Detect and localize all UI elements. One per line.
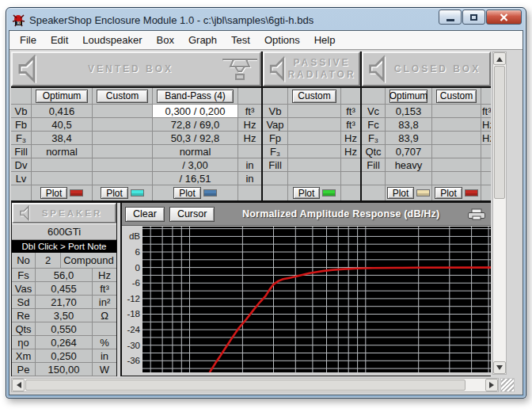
- close-button[interactable]: [486, 10, 522, 25]
- vented-value-cell[interactable]: 0,300 / 0,200: [153, 105, 238, 117]
- speaker-value-cell[interactable]: 3,50: [36, 309, 93, 322]
- menu-item-loudspeaker[interactable]: Loudspeaker: [75, 32, 149, 48]
- menu-item-test[interactable]: Test: [224, 32, 257, 48]
- menu-item-box[interactable]: Box: [150, 32, 181, 48]
- speaker-value-cell[interactable]: 21,70: [36, 296, 93, 308]
- cursor-button[interactable]: Cursor: [169, 207, 215, 222]
- arrow-up-icon: [496, 54, 503, 62]
- scroll-down-button[interactable]: [493, 361, 506, 374]
- scroll-up-button[interactable]: [493, 52, 506, 65]
- closed-value-cell[interactable]: [432, 172, 481, 185]
- vertical-scrollbar[interactable]: [492, 52, 507, 375]
- title-bar[interactable]: XI SpeakerShop Enclosure Module 1.0 - c:…: [9, 10, 523, 30]
- vented-value-cell[interactable]: [93, 145, 153, 158]
- vented-value-cell[interactable]: [32, 172, 93, 185]
- vented-custom-button[interactable]: Custom: [97, 90, 148, 103]
- passive-value-cell[interactable]: [288, 105, 341, 117]
- speaker-mode-cell[interactable]: Compound: [61, 253, 116, 268]
- vented-value-cell[interactable]: 40,5: [32, 118, 93, 131]
- row-label: Qtc: [362, 145, 386, 158]
- unit-header-cell: [481, 88, 491, 104]
- closed-plot-row: PlotPlot: [362, 185, 491, 200]
- passive-plot-button-custom[interactable]: Plot: [293, 187, 321, 199]
- vented-value-cell[interactable]: [93, 172, 153, 185]
- closed-value-cell[interactable]: 83,9: [386, 132, 432, 144]
- scroll-left-button[interactable]: [12, 379, 25, 391]
- passive-value-cell[interactable]: [288, 158, 341, 171]
- closed-value-cell[interactable]: [432, 132, 481, 144]
- closed-value-cell[interactable]: [432, 145, 481, 158]
- vented-value-cell[interactable]: [93, 118, 153, 131]
- vented-value-cell[interactable]: 0,416: [32, 105, 93, 117]
- table-row: Fb40,572,8 / 69,0Hz: [11, 118, 261, 132]
- y-axis-tick-label: -24: [127, 325, 140, 334]
- maximize-button[interactable]: [462, 10, 485, 25]
- vented-band-pass-4-button[interactable]: Band-Pass (4): [157, 90, 234, 103]
- speaker-value-cell[interactable]: 0,550: [36, 322, 93, 335]
- speaker-value-cell[interactable]: 56,0: [36, 269, 93, 281]
- closed-value-cell[interactable]: 83,8: [386, 118, 432, 131]
- resize-grip[interactable]: [500, 378, 515, 392]
- vented-value-cell[interactable]: normal: [32, 145, 93, 158]
- vented-box-table: OptimumCustomBand-Pass (4)Vb0,4160,300 /…: [11, 86, 261, 200]
- clear-button[interactable]: Clear: [125, 207, 165, 222]
- closed-value-cell[interactable]: [432, 105, 481, 117]
- vented-value-cell[interactable]: / 16,51: [153, 172, 238, 185]
- speaker-value-cell[interactable]: 0,250: [36, 349, 93, 362]
- menu-item-help[interactable]: Help: [307, 32, 343, 48]
- vented-value-cell[interactable]: [93, 105, 153, 117]
- speaker-icon: [15, 55, 39, 83]
- minimize-button[interactable]: [439, 10, 462, 25]
- closed-plot-button-custom[interactable]: Plot: [435, 187, 462, 199]
- amplitude-plot[interactable]: [142, 227, 491, 372]
- closed-value-cell[interactable]: 0,153: [386, 105, 432, 117]
- passive-value-cell[interactable]: [288, 118, 341, 131]
- passive-value-cell[interactable]: [288, 172, 341, 185]
- vented-plot-button-band-pass-4[interactable]: Plot: [173, 187, 201, 199]
- corner-cell: [263, 88, 288, 104]
- vented-plot-button-optimum[interactable]: Plot: [40, 187, 68, 199]
- scroll-right-button[interactable]: [485, 379, 498, 391]
- closed-value-cell[interactable]: heavy: [386, 158, 432, 171]
- menu-item-edit[interactable]: Edit: [44, 32, 75, 48]
- horizontal-scrollbar[interactable]: [11, 378, 499, 392]
- closed-value-cell[interactable]: [386, 172, 432, 185]
- graph-toolbar: Clear Cursor Normalized Amplitude Respon…: [122, 203, 491, 226]
- vented-value-cell[interactable]: normal: [153, 145, 238, 158]
- closed-plot-button-optimum[interactable]: Plot: [387, 187, 415, 199]
- speaker-no-value[interactable]: 2: [36, 253, 61, 268]
- corner-cell: [362, 88, 386, 104]
- speaker-value-cell[interactable]: 0,455: [36, 282, 93, 295]
- closed-value-cell[interactable]: [432, 118, 481, 131]
- closed-custom-button[interactable]: Custom: [436, 90, 477, 103]
- speaker-value-cell[interactable]: 150,00: [36, 363, 93, 376]
- vented-value-cell[interactable]: 50,3 / 92,8: [153, 132, 238, 144]
- vented-optimum-button[interactable]: Optimum: [36, 90, 88, 103]
- menu-item-graph[interactable]: Graph: [181, 32, 224, 48]
- closed-optimum-button[interactable]: Optimum: [390, 90, 428, 103]
- table-row: Sd21,70in²: [12, 296, 116, 309]
- closed-header-row: OptimumCustom: [362, 88, 491, 105]
- row-label: [362, 172, 386, 185]
- horizontal-scrollbar-thumb[interactable]: [25, 380, 466, 391]
- menu-item-file[interactable]: File: [13, 32, 44, 48]
- vented-value-cell[interactable]: [32, 158, 93, 171]
- passive-value-cell[interactable]: [288, 145, 341, 158]
- vented-value-cell[interactable]: / 3,00: [153, 158, 238, 171]
- speaker-model-button[interactable]: 600GTi: [12, 223, 116, 240]
- closed-value-cell[interactable]: 0,707: [386, 145, 432, 158]
- vented-value-cell[interactable]: [93, 158, 153, 171]
- passive-value-cell[interactable]: [288, 132, 341, 144]
- speaker-value-cell[interactable]: 0,264: [36, 336, 93, 349]
- printer-icon[interactable]: [467, 208, 486, 220]
- vertical-scrollbar-thumb[interactable]: [494, 66, 505, 199]
- menu-item-options[interactable]: Options: [257, 32, 307, 48]
- passive-custom-button[interactable]: Custom: [292, 90, 336, 103]
- vented-value-cell[interactable]: 38,4: [32, 132, 93, 144]
- closed-value-cell[interactable]: [432, 158, 481, 171]
- vented-plot-button-custom[interactable]: Plot: [101, 187, 128, 199]
- vented-plot-cell: Plot: [32, 185, 93, 200]
- vented-value-cell[interactable]: [93, 132, 153, 144]
- port-note-bar[interactable]: Dbl Click > Port Note: [12, 240, 116, 253]
- vented-value-cell[interactable]: 72,8 / 69,0: [153, 118, 238, 131]
